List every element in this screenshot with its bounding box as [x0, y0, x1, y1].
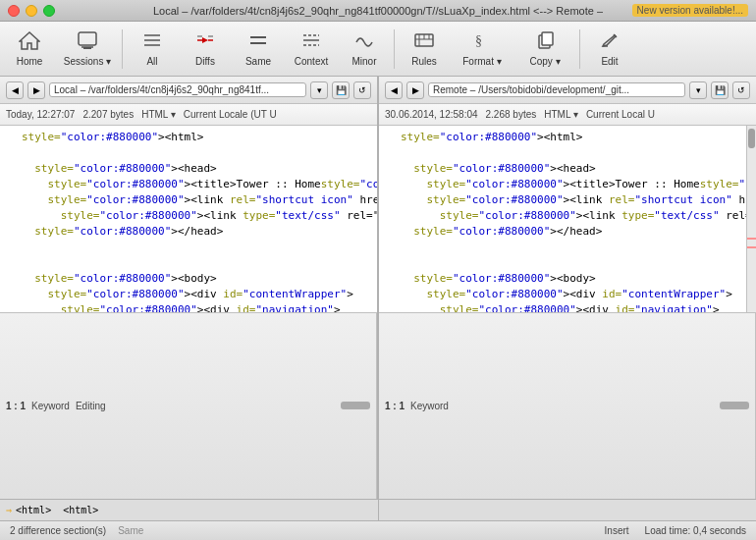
line-text: style="color:#880000"><link type="text/c…: [16, 208, 377, 224]
line-indicator: [0, 255, 16, 271]
right-scrollbar-v[interactable]: [746, 126, 756, 312]
title-bar: Local – /var/folders/4t/cn8j4j6s2_90qhr_…: [0, 0, 756, 22]
left-cursor-pos: 1 : 1: [6, 401, 26, 411]
breadcrumb-bars: ⇒ <html> <html>: [0, 499, 756, 520]
sessions-button[interactable]: Sessions ▾: [57, 26, 118, 73]
diff-count: 2 difference section(s): [10, 525, 106, 536]
copy-button[interactable]: Copy ▾: [514, 26, 575, 73]
rules-button[interactable]: Rules: [399, 26, 450, 73]
maximize-button[interactable]: [43, 5, 55, 17]
right-panel-meta: 30.06.2014, 12:58:04 2.268 bytes HTML ▾ …: [379, 104, 756, 126]
line-text: style="color:#880000"><body>: [395, 271, 756, 287]
left-panel-header: ◀ ▶ Local – /var/folders/4t/cn8j4j6s2_90…: [0, 77, 377, 104]
code-line: style="color:#880000"><title>Tower :: Ho…: [0, 177, 377, 192]
left-code-area[interactable]: style="color:#880000"><html> style="colo…: [0, 126, 377, 312]
line-text: style="color:#880000"><html>: [395, 130, 756, 145]
breadcrumb-arrow-left: ⇒: [6, 505, 12, 515]
minor-icon: [353, 30, 375, 53]
notification-badge[interactable]: New version available!...: [632, 4, 748, 17]
traffic-lights[interactable]: [8, 5, 55, 17]
close-button[interactable]: [8, 5, 20, 17]
line-text: style="color:#880000"><link rel="shortcu…: [16, 192, 377, 208]
right-status-keyword: Keyword: [410, 401, 449, 411]
right-reload-button[interactable]: ↺: [732, 81, 750, 99]
left-save-button[interactable]: 💾: [332, 81, 350, 99]
line-text: style="color:#880000"><title>Tower :: Ho…: [16, 177, 377, 192]
right-next-button[interactable]: ▶: [406, 81, 424, 99]
minimize-button[interactable]: [26, 5, 37, 17]
code-line: style="color:#880000"><body>: [379, 271, 756, 287]
code-line: style="color:#880000"><body>: [0, 271, 377, 287]
right-encoding: Current Local U: [586, 109, 655, 120]
right-prev-button[interactable]: ◀: [385, 81, 403, 99]
line-indicator: [379, 224, 395, 240]
line-indicator: [379, 271, 395, 287]
right-cursor-pos: 1 : 1: [385, 401, 405, 411]
status-mode: Insert: [605, 525, 629, 536]
all-button[interactable]: All: [127, 26, 178, 73]
left-code-content: style="color:#880000"><html> style="colo…: [0, 126, 377, 312]
right-size: 2.268 bytes: [486, 109, 537, 120]
scrollbar-thumb: [748, 129, 755, 148]
line-text: style="color:#880000"><link rel="shortcu…: [395, 192, 756, 208]
right-format[interactable]: HTML ▾: [544, 109, 578, 120]
code-line: [379, 145, 756, 161]
left-format[interactable]: HTML ▾: [141, 109, 176, 120]
left-prev-button[interactable]: ◀: [6, 81, 24, 99]
minor-button[interactable]: Minor: [339, 26, 390, 73]
line-indicator: [0, 161, 16, 177]
right-save-button[interactable]: 💾: [711, 81, 729, 99]
line-indicator: [0, 192, 16, 208]
separator-2: [394, 29, 395, 69]
home-button[interactable]: Home: [4, 26, 55, 73]
sessions-label: Sessions ▾: [64, 56, 111, 67]
left-panel-status: 1 : 1 Keyword Editing: [0, 312, 377, 500]
left-status-keyword: Keyword: [31, 401, 70, 411]
main-content: ◀ ▶ Local – /var/folders/4t/cn8j4j6s2_90…: [0, 77, 756, 540]
code-line: style="color:#880000"><title>Tower :: Ho…: [379, 177, 756, 192]
svg-rect-24: [542, 32, 553, 45]
load-time: Load time: 0,4 seconds: [645, 525, 746, 536]
left-browse-button[interactable]: ▾: [310, 81, 328, 99]
code-line: [379, 255, 756, 271]
line-text: style="color:#880000"><div id="navigatio…: [16, 302, 377, 312]
right-browse-button[interactable]: ▾: [689, 81, 707, 99]
context-button[interactable]: Context: [286, 26, 337, 73]
diffs-icon: [194, 30, 216, 53]
left-breadcrumb-text: <html> <html>: [16, 505, 98, 515]
right-panel: ◀ ▶ Remote – /Users/tobidobi/development…: [379, 77, 756, 499]
rules-icon: [413, 30, 435, 53]
format-icon: §: [471, 30, 493, 53]
code-line: [379, 240, 756, 255]
left-panel-meta: Today, 12:27:07 2.207 bytes HTML ▾ Curre…: [0, 104, 377, 126]
line-text: style="color:#880000"><link type="text/c…: [395, 208, 756, 224]
diffs-button[interactable]: Diffs: [180, 26, 231, 73]
right-code-area[interactable]: style="color:#880000"><html> style="colo…: [379, 126, 756, 312]
line-text: style="color:#880000"><div id="contentWr…: [395, 287, 756, 302]
left-next-button[interactable]: ▶: [27, 81, 45, 99]
left-panel-path[interactable]: Local – /var/folders/4t/cn8j4j6s2_90qhr_…: [49, 82, 306, 97]
separator-1: [122, 29, 123, 69]
code-line: style="color:#880000"><div id="navigatio…: [379, 302, 756, 312]
copy-icon: [534, 30, 556, 53]
window-title: Local – /var/folders/4t/cn8j4j6s2_90qhr_…: [153, 5, 603, 17]
right-scrollbar-h[interactable]: [720, 402, 749, 409]
line-indicator: [0, 240, 16, 255]
edit-button[interactable]: Edit: [584, 26, 635, 73]
same-button[interactable]: Same: [233, 26, 284, 73]
left-scrollbar-h[interactable]: [341, 402, 370, 409]
code-line: style="color:#880000"><link type="text/c…: [0, 208, 377, 224]
code-line: style="color:#880000"><link rel="shortcu…: [0, 192, 377, 208]
panels-container: ◀ ▶ Local – /var/folders/4t/cn8j4j6s2_90…: [0, 77, 756, 499]
right-code-content: style="color:#880000"><html> style="colo…: [379, 126, 756, 312]
code-line: style="color:#880000"><head>: [379, 161, 756, 177]
left-size: 2.207 bytes: [82, 109, 134, 120]
all-label: All: [146, 56, 157, 67]
left-reload-button[interactable]: ↺: [353, 81, 371, 99]
format-button[interactable]: § Format ▾: [452, 26, 513, 73]
edit-label: Edit: [601, 56, 618, 67]
right-panel-status: 1 : 1 Keyword: [379, 312, 756, 500]
line-indicator: [379, 192, 395, 208]
line-indicator: [379, 240, 395, 255]
right-panel-path[interactable]: Remote – /Users/tobidobi/development/_gi…: [428, 82, 685, 97]
